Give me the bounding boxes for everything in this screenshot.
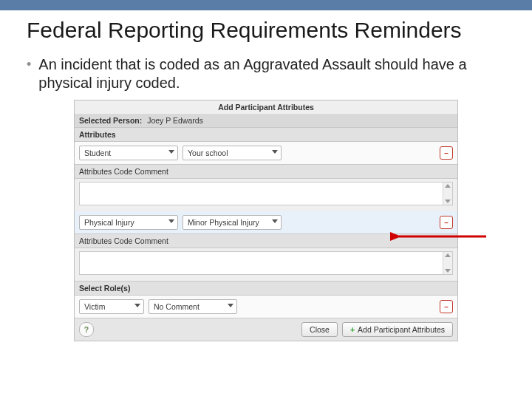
attribute-type-dropdown-2[interactable]: Physical Injury	[79, 215, 178, 230]
attribute-type-dropdown-1[interactable]: Student	[79, 146, 178, 160]
delete-row-button[interactable]: –	[440, 146, 453, 160]
select-roles-label: Select Role(s)	[75, 281, 457, 296]
dropdown-value: Physical Injury	[84, 218, 134, 227]
scrollbar[interactable]	[443, 252, 452, 274]
roles-row: Victim No Comment –	[75, 296, 457, 318]
delete-row-button[interactable]: –	[440, 216, 453, 229]
chevron-down-icon	[134, 304, 140, 307]
dropdown-value: Minor Physical Injury	[188, 218, 259, 227]
chevron-down-icon	[168, 150, 174, 154]
button-label: Close	[310, 325, 330, 334]
selected-person-label: Selected Person:	[79, 116, 142, 125]
slide-title: Federal Reporting Requirements Reminders	[27, 18, 505, 42]
attribute-row-2: Physical Injury Minor Physical Injury –	[75, 211, 457, 233]
add-participant-panel: Add Participant Attributes Selected Pers…	[74, 100, 458, 341]
attribute-row-1: Student Your school –	[75, 142, 457, 164]
delete-row-button[interactable]: –	[440, 300, 453, 313]
attribute-comment-input-2[interactable]	[79, 251, 453, 275]
attribute-comment-input-1[interactable]	[79, 182, 453, 205]
panel-header: Add Participant Attributes	[75, 100, 457, 114]
scroll-down-icon	[445, 269, 451, 273]
slide-accent-bar	[0, 0, 532, 10]
chevron-down-icon	[272, 219, 278, 223]
add-participant-attributes-button[interactable]: + Add Participant Attributes	[342, 322, 453, 337]
scrollbar[interactable]	[443, 183, 452, 205]
scroll-down-icon	[445, 200, 451, 203]
chevron-down-icon	[228, 304, 233, 307]
chevron-down-icon	[272, 150, 278, 154]
plus-icon: +	[350, 325, 355, 334]
bullet-marker: •	[27, 57, 31, 73]
panel-footer: ? Close + Add Participant Attributes	[75, 318, 457, 341]
dropdown-value: Victim	[84, 302, 105, 311]
selected-person-row: Selected Person: Joey P Edwards	[75, 114, 457, 127]
attribute-value-dropdown-2[interactable]: Minor Physical Injury	[183, 215, 282, 230]
scroll-up-icon	[445, 184, 451, 188]
role-dropdown[interactable]: Victim	[79, 299, 144, 314]
dropdown-value: No Comment	[154, 302, 200, 311]
chevron-down-icon	[168, 219, 174, 223]
dropdown-value: Student	[84, 149, 111, 157]
button-label: Add Participant Attributes	[358, 325, 445, 334]
attribute-value-dropdown-1[interactable]: Your school	[183, 146, 282, 160]
attribute-comment-label-1: Attributes Code Comment	[75, 164, 457, 179]
dropdown-value: Your school	[188, 149, 228, 157]
role-comment-dropdown[interactable]: No Comment	[149, 299, 237, 314]
slide-body: Federal Reporting Requirements Reminders…	[0, 18, 532, 341]
bullet-text: An incident that is coded as an Aggravat…	[38, 55, 505, 92]
attribute-comment-label-2: Attributes Code Comment	[75, 233, 457, 248]
selected-person-value: Joey P Edwards	[147, 116, 203, 125]
help-icon[interactable]: ?	[79, 322, 94, 337]
attributes-section-label: Attributes	[75, 127, 457, 142]
close-button[interactable]: Close	[301, 322, 338, 337]
bullet-item: • An incident that is coded as an Aggrav…	[27, 55, 505, 92]
scroll-up-icon	[445, 253, 451, 257]
